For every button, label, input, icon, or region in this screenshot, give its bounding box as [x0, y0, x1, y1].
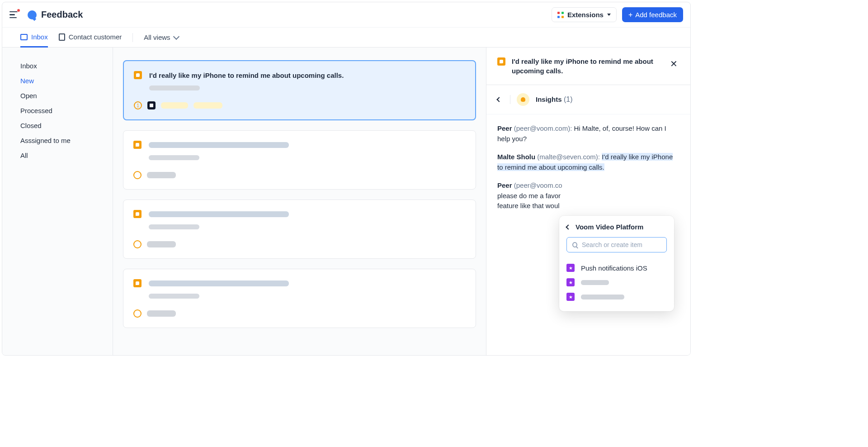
message-email: (peer@voom.co [514, 181, 562, 189]
divider [132, 33, 133, 42]
close-icon[interactable]: ✕ [668, 57, 679, 71]
link-item-popover: Voom Video Platform Push notifications i… [559, 216, 674, 311]
stop-icon [147, 101, 156, 109]
extensions-label: Extensions [567, 11, 604, 19]
contact-icon [59, 33, 65, 41]
tag-placeholder [147, 172, 176, 178]
skeleton-line [149, 211, 289, 217]
tab-contact-label: Contact customer [69, 33, 122, 41]
message: Peer (peer@voom.co please do me a favor … [497, 181, 679, 211]
message: Malte Sholu (malte@seven.com): I'd reall… [497, 152, 679, 172]
back-icon[interactable] [496, 97, 501, 102]
message-text: feature like that woul [497, 202, 560, 209]
tab-inbox[interactable]: Inbox [20, 28, 48, 48]
search-input[interactable] [582, 241, 661, 248]
skeleton-line [149, 281, 289, 286]
tag-placeholder [193, 102, 222, 109]
sidebar-item-open[interactable]: Open [2, 88, 113, 103]
chevron-down-icon [173, 33, 179, 39]
back-icon[interactable] [566, 224, 571, 229]
sidebar-item-inbox[interactable]: Inbox [2, 58, 113, 73]
message-author: Peer [497, 181, 512, 189]
notification-dot [17, 9, 20, 12]
feedback-title: I'd really like my iPhone to remind me a… [149, 71, 344, 79]
tab-inbox-label: Inbox [31, 33, 48, 41]
message-author: Malte Sholu [497, 153, 535, 161]
all-views-dropdown[interactable]: All views [144, 33, 178, 41]
tag-placeholder [147, 241, 176, 247]
all-views-label: All views [144, 33, 170, 41]
topbar: Feedback Extensions + Add feedback [2, 2, 690, 28]
divider [510, 95, 510, 104]
feedback-card[interactable] [123, 130, 476, 190]
feedback-card[interactable] [123, 200, 476, 259]
popover-item[interactable] [566, 275, 667, 290]
sidebar-item-new[interactable]: New [2, 73, 113, 88]
insights-label: Insights [536, 95, 562, 103]
skeleton-line [149, 294, 199, 299]
tag-placeholder [147, 310, 176, 317]
message-email: (peer@voom.com): [514, 124, 572, 132]
feedback-type-icon [133, 141, 142, 149]
sidebar-item-closed[interactable]: Closed [2, 118, 113, 133]
panel-title: I'd really like my iPhone to remind me a… [512, 57, 662, 76]
feedback-card-selected[interactable]: I'd really like my iPhone to remind me a… [123, 60, 476, 120]
popover-item[interactable] [566, 290, 667, 304]
skeleton-line [149, 155, 199, 160]
count-badge [133, 309, 142, 318]
skeleton-line [149, 142, 289, 148]
search-icon [572, 242, 577, 247]
extensions-icon [557, 12, 564, 18]
message-text: please do me a favor [497, 192, 561, 200]
skeleton-line [149, 224, 199, 229]
caret-down-icon [607, 14, 611, 16]
add-feedback-button[interactable]: + Add feedback [622, 7, 683, 22]
tab-contact-customer[interactable]: Contact customer [59, 28, 122, 48]
message-author: Peer [497, 124, 512, 132]
add-feedback-label: Add feedback [635, 11, 677, 19]
feedback-type-icon [133, 279, 142, 287]
insight-icon [517, 93, 529, 106]
skeleton-line [149, 86, 200, 90]
app-logo-icon [28, 10, 37, 19]
search-field[interactable] [566, 237, 667, 252]
count-badge [133, 171, 142, 179]
message-email: (malte@seven.com): [537, 153, 600, 161]
tag-placeholder [161, 102, 188, 109]
main-feed: I'd really like my iPhone to remind me a… [113, 48, 486, 355]
conversation: Peer (peer@voom.com): Hi Malte, of, cour… [486, 114, 690, 228]
star-icon [566, 293, 575, 301]
insights-count: (1) [564, 95, 573, 103]
popover-item-label: Push notifications iOS [581, 264, 647, 272]
count-badge [133, 240, 142, 248]
menu-icon[interactable] [9, 10, 20, 20]
feedback-card[interactable] [123, 269, 476, 328]
sidebar: Inbox New Open Processed Closed Asssigne… [2, 48, 113, 355]
star-icon [566, 278, 575, 286]
sidebar-item-assigned[interactable]: Asssigned to me [2, 133, 113, 148]
message: Peer (peer@voom.com): Hi Malte, of, cour… [497, 124, 679, 144]
feedback-type-icon [134, 71, 142, 79]
detail-panel: I'd really like my iPhone to remind me a… [486, 48, 690, 355]
popover-item[interactable]: Push notifications iOS [566, 261, 667, 275]
plus-icon: + [628, 11, 632, 19]
sidebar-item-all[interactable]: All [2, 148, 113, 163]
feedback-type-icon [497, 57, 505, 66]
inbox-icon [20, 34, 28, 40]
popover-title: Voom Video Platform [576, 223, 643, 231]
skeleton-line [581, 295, 624, 300]
subnav: Inbox Contact customer All views [2, 28, 690, 48]
extensions-button[interactable]: Extensions [552, 7, 617, 22]
page-title: Feedback [41, 10, 83, 20]
sidebar-item-processed[interactable]: Processed [2, 103, 113, 118]
star-icon [566, 264, 575, 272]
skeleton-line [581, 280, 609, 285]
feedback-type-icon [133, 210, 142, 218]
count-badge: 1 [134, 101, 142, 109]
